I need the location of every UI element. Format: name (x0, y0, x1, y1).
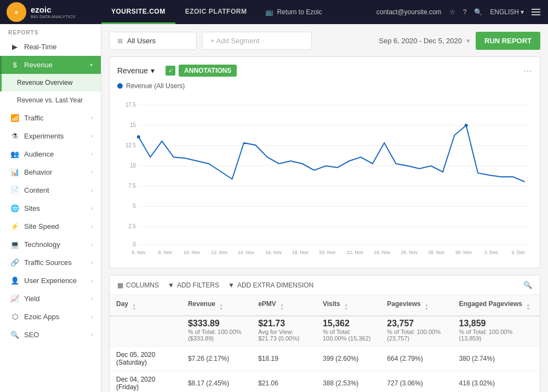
chart-title-button[interactable]: Revenue ▾ (117, 66, 155, 75)
row1-pageviews: 727 (3.06%) (380, 371, 452, 393)
behavior-icon: 📊 (10, 168, 20, 176)
svg-text:6. Nov: 6. Nov (132, 250, 146, 255)
add-filters-button[interactable]: ▼ ADD FILTERS (168, 281, 219, 289)
audience-icon: 👥 (10, 150, 20, 158)
col-revenue[interactable]: Revenue ▲▼ (181, 295, 252, 316)
sitespeed-arrow: › (91, 223, 93, 229)
legend-dot (117, 83, 123, 89)
run-report-button[interactable]: RUN REPORT (476, 32, 540, 50)
col-day[interactable]: Day ▲▼ (110, 295, 181, 316)
columns-icon: ▦ (117, 281, 123, 289)
row1-day: Dec 04, 2020 (Friday) (110, 371, 181, 393)
add-dimension-button[interactable]: ▼ ADD EXTRA DIMENSION (228, 281, 313, 289)
sidebar-item-experiments[interactable]: ⚗ Experiments › (0, 127, 101, 145)
nav-tab-yoursite[interactable]: YOURSITE.COM (101, 0, 175, 24)
trafficsources-arrow: › (91, 260, 93, 266)
logo-text-area: ezoic BIG DATA ANALYTICS (31, 5, 75, 19)
sort-day[interactable]: ▲▼ (132, 303, 136, 310)
col-engaged[interactable]: Engaged Pageviews ▲▼ (453, 295, 540, 316)
annotations-checkbox[interactable]: ✓ (165, 66, 175, 76)
chart-header: Revenue ▾ ✓ ANNOTATIONS ⋯ (117, 65, 532, 77)
annotations-area: ✓ ANNOTATIONS (165, 65, 237, 77)
segment-selector[interactable]: ▦ All Users (109, 32, 197, 50)
sort-pageviews[interactable]: ▲▼ (425, 303, 429, 310)
svg-text:12. Nov: 12. Nov (211, 250, 228, 255)
yield-icon: 📈 (10, 295, 20, 303)
dimension-icon: ▼ (228, 281, 235, 289)
svg-text:22. Nov: 22. Nov (347, 250, 364, 255)
language-selector[interactable]: ENGLISH▾ (490, 8, 524, 16)
revenue-icon: $ (10, 61, 20, 69)
trafficsources-icon: 🔗 (10, 258, 20, 267)
add-segment-button[interactable]: + Add Segment (202, 32, 312, 50)
sidebar-item-revenue[interactable]: $ Revenue ▾ (0, 56, 101, 74)
logo-name: ezoic (31, 5, 75, 14)
star-icon[interactable]: ☆ (449, 8, 455, 16)
nav-tab-ezoic[interactable]: EZOIC PLATFORM (175, 0, 257, 24)
content-icon: 📄 (10, 186, 20, 194)
nav-return-link[interactable]: 📺 Return to Ezoic (256, 0, 330, 24)
row1-engaged: 418 (3.02%) (453, 371, 540, 393)
sort-engaged[interactable]: ▲▼ (526, 303, 530, 310)
sidebar-item-revenue-lastyear[interactable]: Revenue vs. Last Year (0, 91, 101, 109)
sidebar-item-realtime[interactable]: ▶ Real-Time (0, 38, 101, 56)
col-pageviews[interactable]: Pageviews ▲▼ (380, 295, 452, 316)
sidebar-item-revenue-overview[interactable]: Revenue Overview (0, 74, 101, 91)
data-table: Day ▲▼ Revenue ▲▼ ePMV ▲▼ Visits (110, 295, 540, 392)
table-search-icon[interactable]: 🔍 (523, 281, 532, 289)
sidebar-item-seo[interactable]: 🔍 SEO › (0, 326, 101, 344)
date-range-text: Sep 6, 2020 - Dec 5, 2020 (379, 37, 462, 45)
sitespeed-icon: ⚡ (10, 222, 20, 230)
sidebar-item-ezoicapps[interactable]: ⬡ Ezoic Apps › (0, 308, 101, 326)
svg-text:28. Nov: 28. Nov (428, 250, 445, 255)
totals-row: $333.89 % of Total: 100.00% ($333.89) $2… (110, 316, 540, 347)
search-icon[interactable]: 🔍 (474, 8, 482, 16)
hamburger-menu[interactable] (532, 9, 540, 15)
table-card: ▦ COLUMNS ▼ ADD FILTERS ▼ ADD EXTRA DIME… (109, 275, 540, 392)
sidebar-item-content[interactable]: 📄 Content › (0, 181, 101, 199)
row1-revenue: $8.17 (2.45%) (181, 371, 252, 393)
sidebar-item-trafficsources[interactable]: 🔗 Traffic Sources › (0, 253, 101, 272)
col-visits[interactable]: Visits ▲▼ (316, 295, 380, 316)
data-point (137, 135, 140, 139)
technology-icon: 💻 (10, 240, 20, 249)
behavior-arrow: › (91, 169, 93, 175)
svg-text:26. Nov: 26. Nov (401, 250, 418, 255)
totals-visits-cell: 15,362 % of Total: 100.00% (15,362) (316, 316, 380, 347)
chart-options-button[interactable]: ⋯ (523, 66, 532, 76)
annotations-button[interactable]: ANNOTATIONS (179, 65, 237, 77)
col-epmv[interactable]: ePMV ▲▼ (252, 295, 316, 316)
seo-arrow: › (91, 332, 93, 338)
sidebar-item-sitespeed[interactable]: ⚡ Site Speed › (0, 217, 101, 235)
sidebar-item-userexperience[interactable]: 👤 User Experience › (0, 272, 101, 290)
svg-text:20. Nov: 20. Nov (319, 250, 336, 255)
sidebar-item-sites[interactable]: 🌐 Sites › (0, 199, 101, 217)
userexperience-arrow: › (91, 278, 93, 284)
technology-arrow: › (91, 241, 93, 247)
yield-arrow: › (91, 296, 93, 302)
traffic-arrow: › (91, 115, 93, 121)
seo-icon: 🔍 (10, 331, 20, 339)
segment-label: All Users (127, 37, 156, 45)
row0-day: Dec 05, 2020 (Saturday) (110, 347, 181, 371)
sort-epmv[interactable]: ▲▼ (280, 303, 284, 310)
svg-text:10. Nov: 10. Nov (184, 250, 201, 255)
sidebar-item-behavior[interactable]: 📊 Behavior › (0, 163, 101, 181)
experiments-arrow: › (91, 133, 93, 139)
user-email: contact@yoursite.com (376, 8, 442, 16)
sort-revenue[interactable]: ▲▼ (219, 303, 223, 310)
columns-button[interactable]: ▦ COLUMNS (117, 281, 159, 289)
help-icon[interactable]: ? (463, 8, 467, 16)
sort-visits[interactable]: ▲▼ (344, 303, 348, 310)
svg-text:2. Dec: 2. Dec (484, 250, 499, 255)
chart-card: Revenue ▾ ✓ ANNOTATIONS ⋯ Revenue (All U… (109, 56, 540, 268)
sidebar-item-traffic[interactable]: 📶 Traffic › (0, 109, 101, 127)
revenue-line-chart: 17.5 15 12.5 10 7.5 5 2.5 0 6. N (117, 94, 532, 258)
sidebar-item-technology[interactable]: 💻 Technology › (0, 235, 101, 253)
date-range-picker[interactable]: Sep 6, 2020 - Dec 5, 2020 ▾ (379, 37, 470, 45)
sidebar-item-audience[interactable]: 👥 Audience › (0, 145, 101, 163)
realtime-icon: ▶ (10, 43, 20, 51)
logo-icon: e (7, 2, 26, 22)
svg-text:24. Nov: 24. Nov (374, 250, 391, 255)
sidebar-item-yield[interactable]: 📈 Yield › (0, 290, 101, 308)
